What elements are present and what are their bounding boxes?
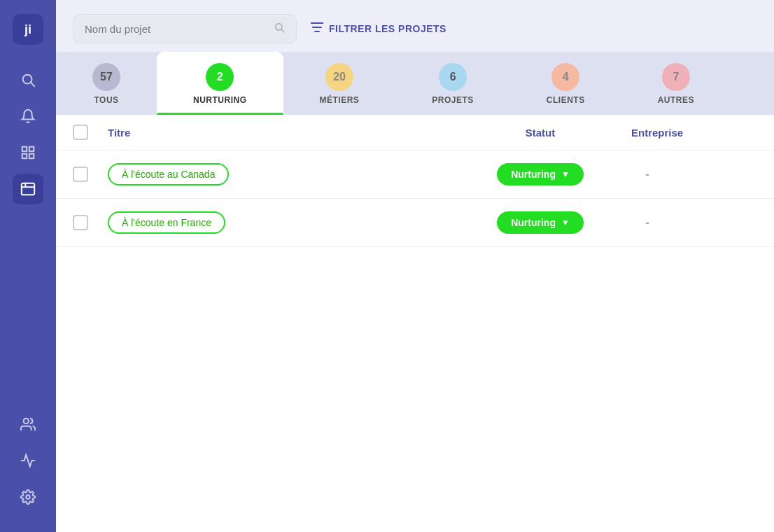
tab-autres[interactable]: 7 AUTRES <box>621 52 731 115</box>
tab-badge-projets: 6 <box>439 63 467 91</box>
app-logo: ji <box>13 14 43 45</box>
svg-point-10 <box>26 495 30 499</box>
sidebar-item-grid[interactable] <box>13 137 43 168</box>
tabs-bar: 57 TOUS 2 NURTURING 20 MÉTIERS 6 PROJETS… <box>56 52 774 115</box>
sidebar-item-search[interactable] <box>13 64 43 95</box>
tab-label-nurturing: NURTURING <box>193 95 247 105</box>
tab-badge-tous: 57 <box>92 63 120 91</box>
svg-rect-4 <box>22 154 27 158</box>
row-status-btn-0[interactable]: Nurturing ▼ <box>497 163 584 186</box>
search-icon <box>274 22 285 36</box>
sidebar-item-analytics[interactable] <box>13 445 43 476</box>
row-entreprise-1: - <box>631 216 649 230</box>
main-content: FILTRER LES PROJETS 57 TOUS 2 NURTURING … <box>56 0 774 532</box>
select-all-checkbox[interactable] <box>73 125 88 140</box>
topbar: FILTRER LES PROJETS <box>56 0 774 52</box>
row-title-0[interactable]: À l'écoute au Canada <box>108 163 229 186</box>
table-area: Titre Statut Entreprise À l'écoute au Ca… <box>56 115 774 532</box>
svg-rect-3 <box>29 147 34 151</box>
row-checkbox-0[interactable] <box>73 167 88 182</box>
row-status-btn-1[interactable]: Nurturing ▼ <box>497 211 584 234</box>
tab-tous[interactable]: 57 TOUS <box>56 52 157 115</box>
row-entreprise-0: - <box>631 167 649 181</box>
dropdown-arrow-icon: ▼ <box>561 169 570 179</box>
tab-label-autres: AUTRES <box>658 95 694 105</box>
tab-nurturing[interactable]: 2 NURTURING <box>157 52 283 115</box>
search-box[interactable] <box>73 14 297 43</box>
table-row: À l'écoute en France Nurturing ▼ - <box>56 199 774 247</box>
svg-point-9 <box>24 419 29 424</box>
filter-label: FILTRER LES PROJETS <box>329 23 446 34</box>
tab-badge-metiers: 20 <box>325 63 353 91</box>
tab-underline <box>157 113 283 115</box>
sidebar-item-people[interactable] <box>13 409 43 440</box>
tab-metiers[interactable]: 20 MÉTIERS <box>283 52 396 115</box>
row-title-1[interactable]: À l'écoute en France <box>108 211 225 234</box>
filter-icon <box>311 22 323 35</box>
tab-badge-nurturing: 2 <box>206 63 234 91</box>
table-header: Titre Statut Entreprise <box>56 115 774 150</box>
svg-line-1 <box>31 83 34 86</box>
filter-button[interactable]: FILTRER LES PROJETS <box>311 22 446 35</box>
sidebar-item-notifications[interactable] <box>13 101 43 132</box>
svg-line-12 <box>281 29 284 32</box>
tab-label-projets: PROJETS <box>432 95 474 105</box>
sidebar: ji <box>0 0 56 532</box>
table-row: À l'écoute au Canada Nurturing ▼ - <box>56 150 774 199</box>
sidebar-item-settings[interactable] <box>13 482 43 512</box>
svg-rect-5 <box>29 154 34 158</box>
svg-rect-6 <box>22 183 34 195</box>
tab-projets[interactable]: 6 PROJETS <box>395 52 510 115</box>
col-header-statut: Statut <box>463 127 617 139</box>
row-checkbox-1[interactable] <box>73 215 88 230</box>
tab-label-clients: CLIENTS <box>547 95 585 105</box>
col-header-title: Titre <box>108 127 463 139</box>
search-input[interactable] <box>85 23 267 35</box>
svg-rect-2 <box>22 147 27 151</box>
tab-label-metiers: MÉTIERS <box>320 95 360 105</box>
dropdown-arrow-icon: ▼ <box>561 218 570 227</box>
tab-badge-clients: 4 <box>551 63 579 91</box>
sidebar-item-projects[interactable] <box>13 174 43 204</box>
col-header-entreprise: Entreprise <box>617 127 757 139</box>
tab-clients[interactable]: 4 CLIENTS <box>510 52 621 115</box>
tab-badge-autres: 7 <box>662 63 690 91</box>
tab-label-tous: TOUS <box>94 95 118 105</box>
